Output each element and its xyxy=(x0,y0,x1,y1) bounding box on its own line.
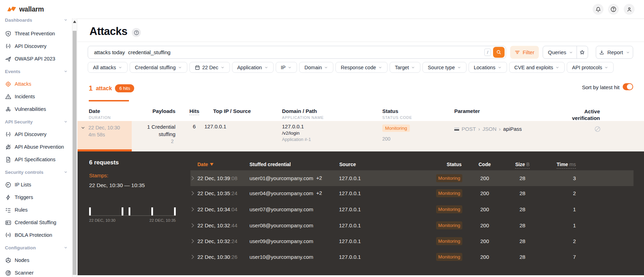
sidebar-item-threat-prevention[interactable]: Threat Prevention xyxy=(0,29,72,38)
request-size: 28 xyxy=(512,206,533,212)
logo[interactable]: wallarm xyxy=(0,0,72,18)
sidebar-item-api-specifications[interactable]: API Specifications xyxy=(0,155,72,164)
sidebar-item-incidents[interactable]: Incidents xyxy=(0,92,72,101)
sidebar-section-api-security[interactable]: API Security xyxy=(0,118,72,125)
search-token: credential_stuffing xyxy=(128,49,170,55)
sidebar-item-ip-lists[interactable]: IP IP Lists xyxy=(0,180,72,189)
chevron-down-icon xyxy=(498,65,502,70)
chip-response-code[interactable]: Response code xyxy=(335,62,388,73)
req-col-time[interactable]: Time ms xyxy=(548,162,576,167)
request-row[interactable]: 22 Dec, 10:30:26 user10@yourcompany.com … xyxy=(190,249,634,265)
col-header-top-ip[interactable]: Top IP / Source xyxy=(213,108,251,114)
radar-icon xyxy=(5,270,12,276)
col-header-active-verification[interactable]: Active verification xyxy=(565,108,600,121)
stamps-label[interactable]: Stamps: xyxy=(89,172,108,178)
sidebar-item-api-abuse-prevention[interactable]: API Abuse Prevention xyxy=(0,142,72,151)
sidebar-item-label: Vulnerabilities xyxy=(15,106,46,112)
histogram-bar xyxy=(151,207,153,215)
report-button[interactable]: Report xyxy=(596,46,633,59)
title-help-icon[interactable] xyxy=(132,28,141,37)
chip-cve-exploits[interactable]: CVE and exploits xyxy=(509,62,565,73)
chip-domain[interactable]: Domain xyxy=(299,62,333,73)
sidebar-item-nodes[interactable]: Nodes xyxy=(0,256,72,265)
col-header-domain[interactable]: Domain / PathAPPLICATION NAME xyxy=(282,108,324,120)
notifications-button[interactable] xyxy=(593,4,603,15)
histogram-bar xyxy=(122,207,123,215)
requests-count: 6 requests xyxy=(89,159,119,166)
favorite-button[interactable] xyxy=(577,46,588,58)
col-header-date[interactable]: DateDURATION xyxy=(89,108,111,120)
sidebar-item-api-discovery[interactable]: API Discovery xyxy=(0,42,72,51)
help-button[interactable] xyxy=(608,4,619,15)
chevron-down-icon xyxy=(457,65,461,70)
chevron-down-icon xyxy=(64,18,68,22)
results-summary: 1 attack 6 hits xyxy=(89,84,134,92)
chevron-right-icon xyxy=(191,207,195,212)
queries-button[interactable]: Queries xyxy=(543,46,577,58)
sidebar-item-label: Threat Prevention xyxy=(15,31,55,36)
col-header-hits[interactable]: Hits xyxy=(189,108,199,114)
request-status-badge: Monitoring xyxy=(436,205,462,213)
chip-attack-type[interactable]: Credential stuffing xyxy=(130,62,187,73)
attack-payload: 1 Credential stuffing xyxy=(140,123,175,138)
attack-row[interactable]: 22 Dec, 10:30 4m 58s 1 Credential stuffi… xyxy=(78,121,644,151)
request-time: 1 xyxy=(548,206,576,212)
filter-button[interactable]: Filter xyxy=(510,46,539,59)
chip-all-attacks[interactable]: All attacks xyxy=(88,62,128,73)
request-source: 127.0.0.1 xyxy=(339,222,361,228)
search-input[interactable]: attacks today credential_stuffing xyxy=(88,46,506,59)
sidebar-item-vulnerabilities[interactable]: Vulnerabilities xyxy=(0,105,72,114)
request-time: 2 xyxy=(548,238,576,244)
sidebar-item-api-discovery-2[interactable]: API Discovery xyxy=(0,130,72,139)
chip-api-protocols[interactable]: API protocols xyxy=(567,62,614,73)
account-button[interactable] xyxy=(624,4,635,15)
sidebar-item-rules[interactable]: Rules xyxy=(0,205,72,214)
request-size: 28 xyxy=(512,254,533,260)
section-label: API Security xyxy=(5,119,33,125)
request-date: 22 Dec, 10:32 xyxy=(197,222,230,228)
sidebar-item-attacks[interactable]: Attacks xyxy=(0,79,72,88)
chip-source-type[interactable]: Source type xyxy=(422,62,466,73)
active-verification-disabled-icon xyxy=(594,126,601,133)
chip-locations[interactable]: Locations xyxy=(469,62,507,73)
vulnerability-icon xyxy=(5,106,12,113)
sidebar-item-owasp-api-2023[interactable]: OWASP API 2023 xyxy=(0,54,72,63)
braces-icon xyxy=(5,43,12,50)
sidebar-section-security-controls[interactable]: Security controls xyxy=(0,169,72,176)
request-row[interactable]: 22 Dec, 10:34:04 user07@yourcompany.com … xyxy=(190,201,634,217)
chip-date[interactable]: 22 Dec xyxy=(189,62,230,73)
sidebar-item-label: OWASP API 2023 xyxy=(15,56,55,62)
req-col-size[interactable]: Size B xyxy=(512,162,533,167)
request-row[interactable]: 22 Dec, 10:32:24 user09@yourcompany.com … xyxy=(190,233,634,249)
filter-label: Filter xyxy=(523,49,534,55)
svg-text:ID: ID xyxy=(7,234,9,236)
col-header-parameter[interactable]: Parameter xyxy=(454,108,480,114)
search-button[interactable] xyxy=(493,47,505,58)
request-row[interactable]: 22 Dec, 10:32:44 user08@yourcompany.com … xyxy=(190,218,634,233)
sidebar-section-events[interactable]: Events xyxy=(0,68,72,75)
request-date: 22 Dec, 10:30 xyxy=(197,254,230,260)
sidebar-item-triggers[interactable]: Triggers xyxy=(0,193,72,202)
attack-row-date-cell[interactable]: 22 Dec, 10:30 4m 58s xyxy=(78,121,132,151)
chip-target[interactable]: Target xyxy=(390,62,420,73)
col-header-status[interactable]: StatusSTATUS CODE xyxy=(382,108,412,120)
sidebar-scrollbar-thumb[interactable] xyxy=(73,31,77,275)
request-row[interactable]: 22 Dec, 10:35:24 user04@yourcompany.com … xyxy=(190,185,634,201)
chevron-right-icon xyxy=(191,176,195,180)
col-header-payloads[interactable]: Payloads xyxy=(140,108,175,114)
document-icon xyxy=(5,156,12,163)
chip-application[interactable]: Application xyxy=(232,62,274,73)
sidebar-section-configuration[interactable]: Configuration xyxy=(0,244,72,251)
sort-toggle[interactable] xyxy=(623,83,633,90)
request-row[interactable]: 22 Dec, 10:39:08 user01@yourcompany.com … xyxy=(190,170,634,186)
sidebar-item-scanner[interactable]: Scanner xyxy=(0,268,72,277)
scrollbar-up-arrow[interactable] xyxy=(72,19,77,24)
sidebar-item-bola-protection[interactable]: ID BOLA Protection xyxy=(0,230,72,240)
attack-domain: 127.0.0.1 xyxy=(282,123,304,129)
req-col-date[interactable]: Date xyxy=(197,162,214,167)
req-col-source: Source xyxy=(339,162,356,167)
request-source: 127.0.0.1 xyxy=(339,206,361,212)
chip-ip[interactable]: IP xyxy=(276,62,297,73)
sidebar-item-credential-stuffing[interactable]: Credential Stuffing xyxy=(0,218,72,227)
divider xyxy=(78,42,644,42)
